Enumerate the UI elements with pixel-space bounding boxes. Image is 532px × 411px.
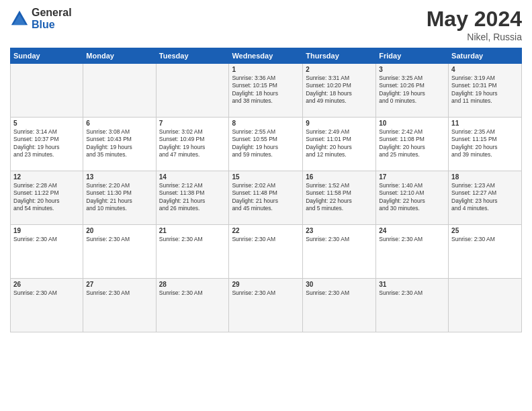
day-number: 13 — [86, 173, 152, 181]
day-header-friday: Friday — [376, 48, 449, 64]
day-info: Sunrise: 2:12 AMSunset: 11:38 PMDaylight… — [159, 182, 226, 213]
day-info: Sunrise: 3:19 AMSunset: 10:31 PMDaylight… — [451, 75, 519, 105]
day-info: Sunrise: 2:02 AMSunset: 11:48 PMDaylight… — [232, 182, 300, 213]
calendar-cell: 27Sunrise: 2:30 AM — [83, 279, 156, 332]
day-info: Sunrise: 3:31 AMSunset: 10:20 PMDaylight… — [306, 75, 373, 105]
calendar-week-4: 19Sunrise: 2:30 AM20Sunrise: 2:30 AM21Su… — [11, 225, 522, 279]
day-number: 16 — [306, 173, 373, 181]
calendar-cell: 11Sunrise: 2:35 AMSunset: 11:15 PMDaylig… — [449, 118, 522, 171]
page: General Blue May 2024 Nikel, Russia Sund… — [0, 0, 532, 411]
logo-icon — [10, 9, 29, 28]
calendar-cell: 3Sunrise: 3:25 AMSunset: 10:26 PMDayligh… — [376, 64, 449, 118]
day-info: Sunrise: 2:30 AM — [306, 236, 373, 243]
day-number: 6 — [86, 120, 152, 127]
day-number: 2 — [306, 66, 373, 73]
calendar-cell: 7Sunrise: 3:02 AMSunset: 10:49 PMDayligh… — [156, 118, 229, 171]
calendar-cell: 10Sunrise: 2:42 AMSunset: 11:08 PMDaylig… — [376, 118, 449, 171]
day-number: 19 — [13, 227, 80, 234]
day-number: 10 — [379, 120, 445, 127]
calendar-cell: 24Sunrise: 2:30 AM — [376, 225, 449, 279]
day-number: 22 — [232, 227, 300, 234]
day-number: 15 — [232, 173, 300, 181]
calendar: SundayMondayTuesdayWednesdayThursdayFrid… — [10, 48, 522, 332]
calendar-cell: 30Sunrise: 2:30 AM — [303, 279, 376, 332]
day-number: 14 — [159, 173, 226, 181]
day-info: Sunrise: 2:30 AM — [86, 289, 152, 297]
calendar-cell: 1Sunrise: 3:36 AMSunset: 10:15 PMDayligh… — [229, 64, 303, 118]
day-number: 1 — [232, 66, 300, 73]
day-info: Sunrise: 2:28 AMSunset: 11:22 PMDaylight… — [13, 182, 80, 213]
day-info: Sunrise: 2:30 AM — [379, 236, 445, 243]
day-number: 17 — [379, 173, 445, 181]
title-month: May 2024 — [427, 7, 522, 32]
calendar-cell — [449, 279, 522, 332]
day-number: 4 — [451, 66, 519, 73]
day-info: Sunrise: 2:30 AM — [306, 289, 373, 297]
day-info: Sunrise: 2:42 AMSunset: 11:08 PMDaylight… — [379, 128, 445, 159]
day-header-sunday: Sunday — [11, 48, 83, 64]
day-header-monday: Monday — [83, 48, 156, 64]
day-number: 31 — [379, 281, 445, 288]
day-info: Sunrise: 3:14 AMSunset: 10:37 PMDaylight… — [13, 128, 80, 159]
calendar-cell: 6Sunrise: 3:08 AMSunset: 10:43 PMDayligh… — [83, 118, 156, 171]
calendar-cell — [11, 64, 83, 118]
day-info: Sunrise: 1:23 AMSunset: 12:27 AMDaylight… — [451, 182, 519, 213]
logo-blue: Blue — [32, 19, 72, 31]
day-info: Sunrise: 2:30 AM — [159, 236, 226, 243]
day-number: 9 — [306, 120, 373, 127]
day-info: Sunrise: 2:30 AM — [232, 289, 300, 297]
day-header-wednesday: Wednesday — [229, 48, 303, 64]
calendar-cell: 12Sunrise: 2:28 AMSunset: 11:22 PMDaylig… — [11, 171, 83, 225]
calendar-cell: 8Sunrise: 2:55 AMSunset: 10:55 PMDayligh… — [229, 118, 303, 171]
calendar-cell: 13Sunrise: 2:20 AMSunset: 11:30 PMDaylig… — [83, 171, 156, 225]
day-info: Sunrise: 3:36 AMSunset: 10:15 PMDaylight… — [232, 75, 300, 105]
day-number: 7 — [159, 120, 226, 127]
calendar-cell: 25Sunrise: 2:30 AM — [449, 225, 522, 279]
calendar-cell: 22Sunrise: 2:30 AM — [229, 225, 303, 279]
calendar-cell: 28Sunrise: 2:30 AM — [156, 279, 229, 332]
title-location: Nikel, Russia — [427, 32, 522, 42]
day-info: Sunrise: 1:52 AMSunset: 11:58 PMDaylight… — [306, 182, 373, 213]
day-number: 27 — [86, 281, 152, 288]
day-info: Sunrise: 2:20 AMSunset: 11:30 PMDaylight… — [86, 182, 152, 213]
day-info: Sunrise: 2:49 AMSunset: 11:01 PMDaylight… — [306, 128, 373, 159]
day-number: 28 — [159, 281, 226, 288]
calendar-cell: 19Sunrise: 2:30 AM — [11, 225, 83, 279]
calendar-cell — [156, 64, 229, 118]
calendar-cell: 18Sunrise: 1:23 AMSunset: 12:27 AMDaylig… — [449, 171, 522, 225]
day-header-saturday: Saturday — [449, 48, 522, 64]
calendar-week-1: 1Sunrise: 3:36 AMSunset: 10:15 PMDayligh… — [11, 64, 522, 118]
day-info: Sunrise: 3:08 AMSunset: 10:43 PMDaylight… — [86, 128, 152, 159]
day-info: Sunrise: 2:55 AMSunset: 10:55 PMDaylight… — [232, 128, 300, 159]
calendar-cell: 21Sunrise: 2:30 AM — [156, 225, 229, 279]
title-block: May 2024 Nikel, Russia — [427, 7, 522, 42]
calendar-cell — [83, 64, 156, 118]
day-number: 25 — [451, 227, 519, 234]
day-info: Sunrise: 2:35 AMSunset: 11:15 PMDaylight… — [451, 128, 519, 159]
day-info: Sunrise: 2:30 AM — [232, 236, 300, 243]
calendar-header-row: SundayMondayTuesdayWednesdayThursdayFrid… — [11, 48, 522, 64]
calendar-cell: 9Sunrise: 2:49 AMSunset: 11:01 PMDayligh… — [303, 118, 376, 171]
logo-general: General — [32, 7, 72, 19]
day-header-tuesday: Tuesday — [156, 48, 229, 64]
calendar-cell: 2Sunrise: 3:31 AMSunset: 10:20 PMDayligh… — [303, 64, 376, 118]
day-number: 11 — [451, 120, 519, 127]
calendar-week-3: 12Sunrise: 2:28 AMSunset: 11:22 PMDaylig… — [11, 171, 522, 225]
day-info: Sunrise: 2:30 AM — [379, 289, 445, 297]
calendar-cell: 16Sunrise: 1:52 AMSunset: 11:58 PMDaylig… — [303, 171, 376, 225]
day-number: 18 — [451, 173, 519, 181]
day-number: 5 — [13, 120, 80, 127]
calendar-cell: 26Sunrise: 2:30 AM — [11, 279, 83, 332]
day-info: Sunrise: 2:30 AM — [159, 289, 226, 297]
day-number: 23 — [306, 227, 373, 234]
day-number: 3 — [379, 66, 445, 73]
logo: General Blue — [10, 7, 72, 30]
day-info: Sunrise: 2:30 AM — [86, 236, 152, 243]
day-number: 21 — [159, 227, 226, 234]
calendar-cell: 29Sunrise: 2:30 AM — [229, 279, 303, 332]
day-info: Sunrise: 2:30 AM — [451, 236, 519, 243]
day-number: 24 — [379, 227, 445, 234]
day-info: Sunrise: 1:40 AMSunset: 12:10 AMDaylight… — [379, 182, 445, 213]
day-number: 8 — [232, 120, 300, 127]
header: General Blue May 2024 Nikel, Russia — [10, 7, 522, 42]
